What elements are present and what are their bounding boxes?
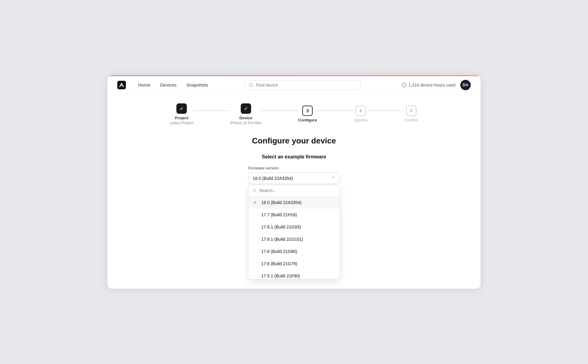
nav-devices[interactable]: Devices [156,80,180,89]
step-4: 4Options [354,106,368,123]
step-connector-1 [194,110,230,111]
firmware-list: ✓18.0 (Build 22A3354)17.7 (Build 21H16)1… [248,196,340,279]
firmware-option-label-4: 17.6 (Build 21G80) [261,249,297,254]
firmware-label: Firmware version [248,166,340,170]
search-bar [244,80,360,90]
step-connector-4 [368,110,404,111]
info-icon [402,83,407,87]
firmware-option-6[interactable]: 17.5.1 (Build 21F90) [248,270,340,279]
firmware-option-label-5: 17.6 (Build 21G79) [261,261,297,266]
nav-home[interactable]: Home [134,80,154,89]
header-right: 1,310 device-hours used DA [402,80,471,90]
logo[interactable] [117,81,126,89]
firmware-option-label-6: 17.5.1 (Build 21F90) [261,273,300,278]
dropdown-search-icon [253,188,257,193]
firmware-option-0[interactable]: ✓18.0 (Build 22A3354) [248,196,340,209]
dropdown-search-input[interactable] [259,188,335,193]
svg-rect-0 [117,81,126,89]
step-label-4: Options [354,118,368,122]
firmware-dropdown-panel: ✓18.0 (Build 22A3354)17.7 (Build 21H16)1… [248,185,340,279]
dropdown-wrapper: 18.0 (Build 22A3354) ⌃ ✓18.0 (Build 22A3… [248,173,340,184]
nav-links: Home Devices Snapshots [134,80,212,89]
header: Home Devices Snapshots 1,310 device-hour… [107,75,481,95]
step-label-1: Project [175,116,188,120]
section-title: Select an example firmware [262,154,326,160]
step-connector-3 [317,110,354,111]
firmware-option-label-2: 17.6.1 (Build 21G93) [261,225,301,229]
dropdown-search [248,185,340,196]
step-sublabel-2: iPhone 15 Pro Max [230,121,262,125]
main-card: Home Devices Snapshots 1,310 device-hour… [107,75,481,289]
page-title: Configure your device [252,136,336,146]
step-label-2: Device [239,116,252,120]
step-circle-2: ✓ [241,103,251,114]
step-connector-2 [262,110,298,111]
nav-snapshots[interactable]: Snapshots [183,80,212,89]
avatar[interactable]: DA [460,80,471,90]
step-circle-3: 3 [302,106,313,116]
check-icon: ✓ [253,200,258,205]
step-1[interactable]: ✓ProjectLydia's Project [170,103,194,125]
step-label-5: Confirm [404,118,418,122]
firmware-option-3[interactable]: 17.6.1 (Build 21G101) [248,233,340,245]
step-sublabel-1: Lydia's Project [170,121,194,125]
step-circle-4: 4 [356,106,366,116]
firmware-option-label-3: 17.6.1 (Build 21G101) [261,237,303,242]
step-3[interactable]: 3Configure [298,106,317,123]
firmware-option-2[interactable]: 17.6.1 (Build 21G93) [248,221,340,233]
step-label-3: Configure [298,118,317,122]
main-content: Configure your device Select an example … [107,136,481,196]
firmware-option-5[interactable]: 17.6 (Build 21G79) [248,258,340,270]
firmware-option-1[interactable]: 17.7 (Build 21H16) [248,209,340,221]
device-hours: 1,310 device-hours used [402,83,455,87]
firmware-option-4[interactable]: 17.6 (Build 21G80) [248,245,340,258]
firmware-option-label-1: 17.7 (Build 21H16) [261,212,297,217]
device-hours-label: 1,310 device-hours used [409,83,455,87]
step-5: 5Confirm [404,106,418,123]
step-circle-1: ✓ [176,103,187,114]
firmware-section: Firmware version 18.0 (Build 22A3354) ⌃ … [248,166,340,184]
step-circle-5: 5 [406,106,417,116]
chevron-up-icon: ⌃ [332,176,335,181]
firmware-option-label-0: 18.0 (Build 22A3354) [261,200,302,205]
firmware-dropdown-trigger[interactable]: 18.0 (Build 22A3354) ⌃ [248,173,340,184]
stepper: ✓ProjectLydia's Project✓DeviceiPhone 15 … [107,95,481,136]
search-input[interactable] [256,83,356,87]
selected-firmware-label: 18.0 (Build 22A3354) [253,176,293,181]
search-icon [249,83,254,87]
step-2[interactable]: ✓DeviceiPhone 15 Pro Max [230,103,262,125]
svg-point-3 [404,84,404,84]
